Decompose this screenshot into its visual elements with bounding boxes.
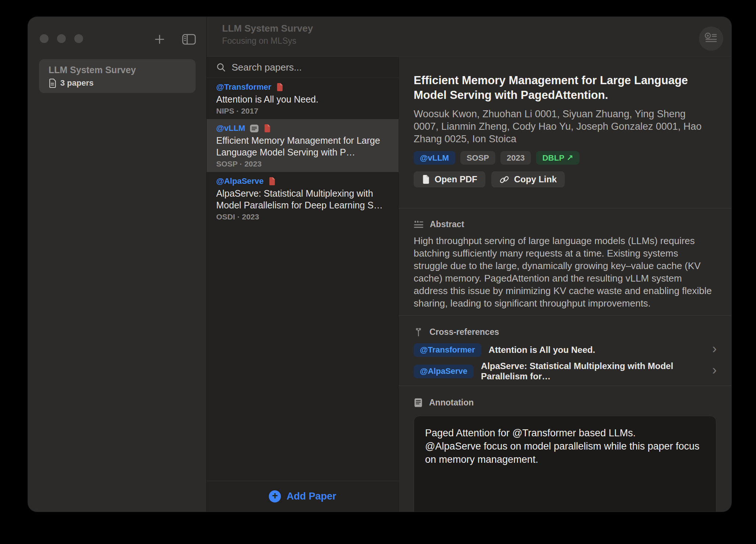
tag-pill-vllm[interactable]: @vLLM	[414, 151, 455, 165]
sidebar-item-llm-system-survey[interactable]: LLM System Survey 3 papers	[39, 59, 196, 93]
add-paper-label: Add Paper	[286, 491, 336, 502]
cross-reference-row-alpaserve[interactable]: @AlpaServe AlpaServe: Statistical Multip…	[399, 363, 731, 380]
annotation-note-icon	[414, 398, 423, 408]
plus-circle-icon: +	[269, 490, 281, 502]
sidebar-toggle-icon	[182, 34, 196, 45]
search-icon	[216, 62, 226, 72]
window-subtitle: Focusing on MLSys	[222, 36, 313, 46]
open-pdf-label: Open PDF	[435, 174, 477, 185]
copy-link-label: Copy Link	[514, 174, 557, 185]
xref-tag-pill[interactable]: @Transformer	[414, 343, 481, 357]
pdf-file-icon	[263, 124, 271, 133]
collection-paper-count: 3 papers	[60, 78, 94, 88]
paper-list-item-alpaserve[interactable]: @AlpaServe AlpaServe: Statistical Multip…	[207, 172, 399, 225]
document-icon	[49, 79, 56, 88]
paper-list-panel: Search papers... @Transformer Attention …	[207, 57, 399, 512]
search-placeholder: Search papers...	[232, 62, 302, 73]
detail-authors: Woosuk Kwon, Zhuohan Li 0001, Siyuan Zhu…	[399, 108, 731, 145]
copy-link-button[interactable]: Copy Link	[491, 171, 565, 187]
close-window-button[interactable]	[40, 34, 49, 43]
open-pdf-button[interactable]: Open PDF	[414, 171, 485, 187]
xref-paper-title: Attention is All you Need.	[489, 345, 595, 355]
link-icon	[499, 175, 509, 185]
zoom-window-button[interactable]	[74, 34, 83, 43]
file-icon	[422, 175, 430, 184]
xref-paper-title: AlpaServe: Statistical Multiplexing with…	[481, 361, 705, 382]
paper-list-item-transformer[interactable]: @Transformer Attention is All you Need. …	[207, 78, 399, 119]
chevron-right-icon[interactable]: ›	[712, 342, 717, 358]
summary-options-button[interactable]	[699, 26, 723, 51]
xref-tag-pill[interactable]: @AlpaServe	[414, 365, 474, 378]
section-divider	[399, 386, 731, 386]
paper-venue: SOSP · 2023	[216, 160, 389, 168]
pdf-file-icon	[276, 83, 284, 92]
tag-pill-venue: SOSP	[460, 151, 495, 165]
titlebar: LLM System Survey Focusing on MLSys	[207, 17, 731, 57]
paper-venue: OSDI · 2023	[216, 212, 389, 221]
abstract-quote-icon	[414, 219, 424, 229]
paper-venue: NIPS · 2017	[216, 107, 389, 115]
cross-reference-row-transformer[interactable]: @Transformer Attention is All you Need. …	[399, 341, 731, 358]
tag-pill-dblp-link[interactable]: DBLP ↗	[536, 151, 580, 165]
section-divider	[399, 208, 731, 208]
add-paper-button[interactable]: + Add Paper	[207, 481, 399, 512]
pdf-file-icon	[268, 177, 276, 186]
collection-title: LLM System Survey	[49, 65, 186, 75]
detail-paper-title: Efficient Memory Management for Large La…	[399, 73, 731, 103]
sidebar: LLM System Survey 3 papers	[28, 17, 207, 512]
branch-icon	[414, 327, 423, 337]
toggle-sidebar-button[interactable]	[182, 34, 196, 45]
annotation-heading: Annotation	[429, 398, 474, 408]
abstract-text: High throughput serving of large languag…	[399, 235, 731, 309]
cross-references-heading: Cross-references	[429, 327, 499, 337]
annotation-editor[interactable]: Paged Attention for @Transformer based L…	[414, 416, 716, 512]
paper-list-item-vllm[interactable]: @vLLM Efficient Memory Management for La…	[207, 119, 399, 172]
paper-tag: @vLLM	[216, 124, 245, 133]
annotation-text: Paged Attention for @Transformer based L…	[425, 426, 705, 466]
paper-title: Attention is All you Need.	[216, 93, 389, 105]
starred-list-icon	[705, 32, 718, 45]
window-controls	[40, 34, 83, 43]
new-collection-button[interactable]	[153, 33, 166, 46]
tag-pill-year: 2023	[500, 151, 531, 165]
paper-tag: @AlpaServe	[216, 176, 264, 186]
window-title: LLM System Survey	[222, 23, 313, 34]
paper-title: Efficient Memory Management for Large La…	[216, 135, 389, 158]
paper-tag: @Transformer	[216, 82, 271, 92]
plus-icon	[153, 33, 166, 46]
paper-detail-panel: Efficient Memory Management for Large La…	[399, 57, 731, 512]
note-icon	[250, 124, 259, 133]
detail-tag-row: @vLLM SOSP 2023 DBLP ↗	[399, 151, 731, 165]
app-window: LLM System Survey 3 papers LLM System Su…	[28, 17, 732, 512]
abstract-heading: Abstract	[430, 219, 464, 229]
minimize-window-button[interactable]	[57, 34, 66, 43]
paper-title: AlpaServe: Statistical Multiplexing with…	[216, 187, 389, 211]
chevron-right-icon[interactable]: ›	[712, 364, 717, 379]
search-field[interactable]: Search papers...	[207, 57, 399, 78]
section-divider	[399, 315, 731, 316]
